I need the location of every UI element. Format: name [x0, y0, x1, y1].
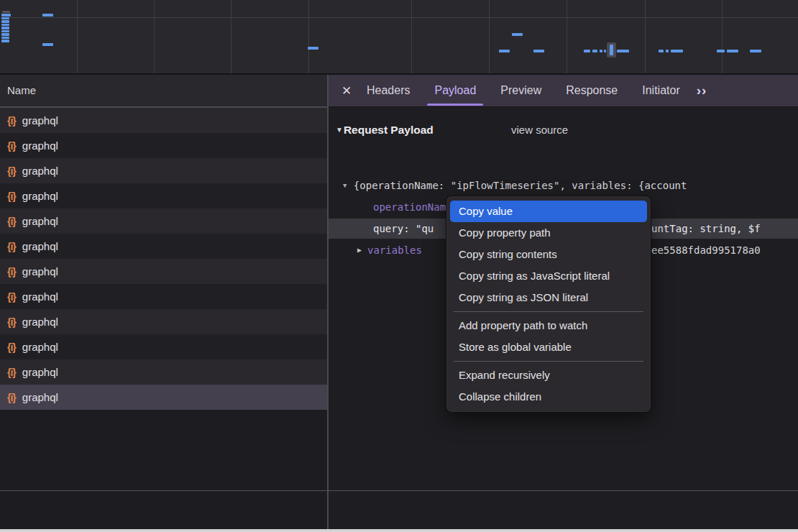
table-row[interactable]: {i}graphql: [0, 259, 327, 284]
request-name-label: graphql: [22, 165, 58, 177]
table-row[interactable]: {i}graphql: [0, 208, 327, 234]
table-row[interactable]: {i}graphql: [0, 284, 327, 309]
summary-bar-divider: [0, 490, 798, 491]
overview-gridline: [154, 0, 155, 73]
request-name-label: graphql: [22, 265, 58, 278]
network-overview[interactable]: [0, 0, 798, 75]
context-menu-separator: [454, 311, 643, 312]
request-timing-bar: [1, 30, 9, 33]
request-name-label: graphql: [22, 341, 58, 353]
json-file-icon: {i}: [7, 291, 16, 303]
query-row-right-fragment: untTag: string, $f: [651, 219, 761, 239]
tab-response[interactable]: Response: [566, 75, 618, 106]
name-column-header[interactable]: Name: [0, 75, 327, 108]
payload-section-title: Request Payload: [344, 124, 434, 136]
request-name-label: graphql: [22, 215, 58, 227]
query-row-left-fragment: query: "qu: [373, 223, 434, 234]
table-row[interactable]: {i}graphql: [0, 234, 327, 259]
json-file-icon: {i}: [7, 191, 16, 202]
table-row[interactable]: {i}graphql: [0, 309, 327, 334]
detail-tab-bar: ✕ HeadersPayloadPreviewResponseInitiator…: [329, 75, 798, 107]
disclosure-triangle-icon: ▶: [357, 246, 362, 254]
request-name-label: graphql: [22, 316, 58, 328]
request-timing-bar: [727, 50, 738, 52]
requests-panel: Name {i}graphql{i}graphql{i}graphql{i}gr…: [0, 75, 327, 529]
context-menu-item[interactable]: Add property path to watch: [446, 315, 651, 336]
json-file-icon: {i}: [7, 165, 16, 177]
request-timing-bar: [1, 27, 9, 29]
selected-request-bar: [610, 45, 613, 55]
json-preview-text: {operationName: "ipFlowTimeseries", vari…: [354, 180, 687, 191]
table-row[interactable]: {i}graphql: [0, 133, 327, 158]
overview-gridline: [411, 0, 412, 73]
request-timing-bar: [1, 33, 9, 36]
close-panel-button[interactable]: ✕: [339, 83, 354, 98]
context-menu-separator: [454, 361, 643, 362]
context-menu-item[interactable]: Copy string as JSON literal: [446, 287, 651, 308]
variables-row-right-fragment: ee5588fdad995178a0: [651, 240, 761, 260]
request-timing-bar: [617, 50, 629, 52]
request-list: {i}graphql{i}graphql{i}graphql{i}graphql…: [0, 108, 327, 410]
request-timing-bar: [499, 50, 510, 52]
request-timing-bar: [2, 11, 10, 13]
json-key: variables: [367, 244, 422, 256]
tree-preview-row[interactable]: ▼ {operationName: "ipFlowTimeseries", va…: [329, 175, 798, 196]
disclosure-triangle-icon: ▼: [336, 126, 343, 134]
context-menu-item[interactable]: Copy property path: [446, 222, 651, 244]
view-source-link[interactable]: view source: [511, 121, 568, 139]
context-menu-item[interactable]: Copy string contents: [446, 244, 651, 265]
request-timing-bar: [717, 50, 725, 52]
tab-preview[interactable]: Preview: [500, 75, 541, 106]
context-menu-item[interactable]: Copy string as JavaScript literal: [446, 265, 651, 287]
table-row[interactable]: {i}graphql: [0, 183, 327, 208]
json-file-icon: {i}: [7, 266, 16, 278]
tab-payload[interactable]: Payload: [434, 75, 476, 106]
overview-hairline: [0, 17, 798, 18]
table-row[interactable]: {i}graphql: [0, 108, 327, 133]
request-name-label: graphql: [22, 139, 58, 152]
json-file-icon: {i}: [7, 341, 16, 353]
request-name-label: graphql: [22, 114, 58, 127]
close-icon: ✕: [341, 84, 352, 98]
request-timing-bar: [592, 50, 597, 52]
overview-gridline: [77, 0, 78, 73]
request-timing-bar: [308, 47, 318, 50]
request-name-label: graphql: [22, 391, 58, 403]
devtools-network-panel: Name {i}graphql{i}graphql{i}graphql{i}gr…: [0, 0, 798, 532]
disclosure-triangle-icon: ▼: [343, 182, 347, 189]
context-menu-item[interactable]: Copy value: [450, 201, 647, 222]
table-row[interactable]: {i}graphql: [0, 359, 327, 385]
request-timing-bar: [666, 50, 669, 52]
context-menu-item[interactable]: Store as global variable: [446, 336, 651, 358]
request-name-label: graphql: [22, 366, 58, 378]
overview-gridline: [645, 0, 646, 73]
overview-gridline: [231, 0, 231, 73]
context-menu-item[interactable]: Collapse children: [446, 386, 651, 408]
request-name-label: graphql: [22, 190, 58, 202]
request-timing-bar: [604, 50, 606, 52]
overview-gridline: [567, 0, 567, 73]
json-file-icon: {i}: [7, 316, 16, 328]
table-row[interactable]: {i}graphql: [0, 334, 327, 359]
request-timing-bar: [42, 14, 53, 17]
context-menu-item[interactable]: Expand recursively: [446, 364, 651, 386]
request-name-label: graphql: [22, 240, 58, 252]
request-timing-bar: [42, 43, 53, 46]
json-file-icon: {i}: [7, 241, 16, 252]
overview-gridline: [722, 0, 723, 73]
request-timing-bar: [1, 24, 9, 27]
tab-headers[interactable]: Headers: [367, 75, 410, 106]
request-timing-bar: [659, 50, 664, 52]
bottom-page-edge: [0, 529, 798, 532]
request-timing-bar: [671, 50, 683, 52]
tab-initiator[interactable]: Initiator: [642, 75, 679, 106]
request-timing-bar: [512, 33, 523, 36]
selected-request-marker: [607, 42, 616, 58]
table-row[interactable]: {i}graphql: [0, 158, 327, 183]
more-tabs-button[interactable]: ››: [697, 83, 707, 98]
request-payload-header[interactable]: ▼Request Payload: [336, 121, 434, 139]
request-timing-bar: [750, 50, 761, 52]
request-name-label: graphql: [22, 290, 58, 303]
request-timing-bar: [533, 50, 544, 52]
table-row[interactable]: {i}graphql: [0, 385, 327, 410]
